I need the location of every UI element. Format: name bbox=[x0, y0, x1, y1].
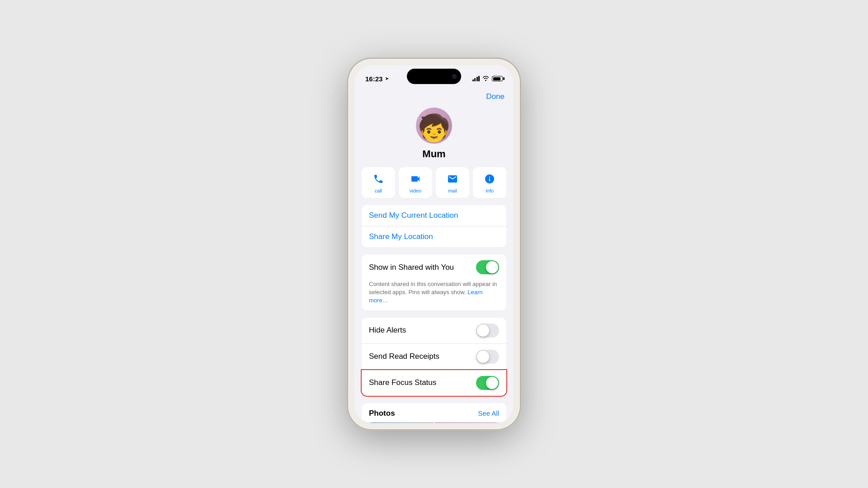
shared-with-you-toggle[interactable] bbox=[476, 260, 499, 274]
shared-with-you-label: Show in Shared with You bbox=[369, 263, 454, 272]
hide-alerts-label: Hide Alerts bbox=[369, 326, 406, 335]
status-time: 16:23 ➤ bbox=[365, 75, 389, 83]
battery-fill bbox=[493, 77, 500, 80]
phone-icon bbox=[371, 172, 386, 186]
info-button[interactable]: info bbox=[473, 167, 506, 198]
toggle-knob-focus-status bbox=[486, 377, 498, 389]
done-button[interactable]: Done bbox=[486, 90, 505, 103]
toggle-knob-hide-alerts bbox=[477, 324, 489, 337]
send-location-text: Send My Current Location bbox=[369, 211, 458, 220]
time-display: 16:23 bbox=[365, 75, 382, 83]
send-read-receipts-toggle[interactable] bbox=[476, 350, 499, 364]
wifi-icon bbox=[482, 75, 489, 82]
avatar: 🧒 bbox=[416, 108, 452, 144]
location-section: Send My Current Location Share My Locati… bbox=[362, 205, 506, 247]
shared-toggle-row: Show in Shared with You bbox=[362, 254, 506, 280]
photos-row: ▶ ▶ bbox=[362, 422, 506, 423]
send-read-receipts-item: Send Read Receipts bbox=[362, 344, 506, 370]
signal-bar-3 bbox=[476, 77, 478, 81]
page-header: Done bbox=[354, 87, 514, 103]
mail-button[interactable]: mail bbox=[436, 167, 469, 198]
toggle-knob bbox=[486, 261, 498, 273]
battery-icon bbox=[492, 76, 503, 81]
shared-description: Content shared in this conversation will… bbox=[362, 280, 506, 310]
avatar-emoji: 🧒 bbox=[418, 115, 450, 141]
call-label: call bbox=[375, 188, 382, 193]
call-button[interactable]: call bbox=[362, 167, 395, 198]
shared-with-you-section: Show in Shared with You Content shared i… bbox=[362, 254, 506, 310]
share-location-item[interactable]: Share My Location bbox=[362, 226, 506, 247]
photo-thumb-1[interactable]: ▶ bbox=[362, 422, 434, 423]
hide-alerts-item: Hide Alerts bbox=[362, 318, 506, 344]
avatar-section: 🧒 Mum bbox=[354, 103, 514, 167]
share-focus-status-label: Share Focus Status bbox=[369, 378, 436, 387]
mail-icon bbox=[445, 172, 460, 186]
info-label: info bbox=[486, 188, 494, 193]
signal-bar-4 bbox=[478, 76, 480, 81]
send-location-item[interactable]: Send My Current Location bbox=[362, 205, 506, 226]
alerts-toggles-section: Hide Alerts Send Read Receipts Share Foc… bbox=[362, 318, 506, 396]
camera-dot bbox=[452, 74, 457, 79]
content-area[interactable]: Done 🧒 Mum call bbox=[354, 87, 514, 423]
photos-see-all-button[interactable]: See All bbox=[478, 409, 499, 417]
share-focus-status-toggle[interactable] bbox=[476, 376, 499, 390]
video-icon bbox=[408, 172, 423, 186]
status-icons bbox=[472, 75, 503, 82]
phone-screen: 16:23 ➤ bbox=[354, 65, 514, 423]
phone-frame: 16:23 ➤ bbox=[348, 59, 520, 429]
video-label: video bbox=[410, 188, 421, 193]
status-bar: 16:23 ➤ bbox=[354, 65, 514, 87]
contact-name: Mum bbox=[422, 148, 445, 160]
signal-bars-icon bbox=[472, 76, 480, 81]
photos-title: Photos bbox=[369, 409, 395, 418]
photos-section: Photos See All ▶ ▶ bbox=[362, 403, 506, 423]
hide-alerts-toggle[interactable] bbox=[476, 324, 499, 338]
action-buttons: call video mail bbox=[354, 167, 514, 198]
location-arrow-icon: ➤ bbox=[385, 76, 389, 81]
signal-bar-1 bbox=[472, 80, 474, 81]
toggle-knob-read-receipts bbox=[477, 351, 489, 363]
share-location-text: Share My Location bbox=[369, 232, 433, 241]
info-icon bbox=[482, 172, 497, 186]
share-focus-status-item: Share Focus Status bbox=[362, 370, 506, 396]
send-read-receipts-label: Send Read Receipts bbox=[369, 352, 439, 361]
dynamic-island bbox=[407, 69, 461, 84]
photos-header: Photos See All bbox=[362, 403, 506, 422]
signal-bar-2 bbox=[474, 78, 476, 81]
photo-thumb-2[interactable]: ▶ bbox=[435, 422, 506, 423]
mail-label: mail bbox=[448, 188, 457, 193]
video-button[interactable]: video bbox=[399, 167, 432, 198]
